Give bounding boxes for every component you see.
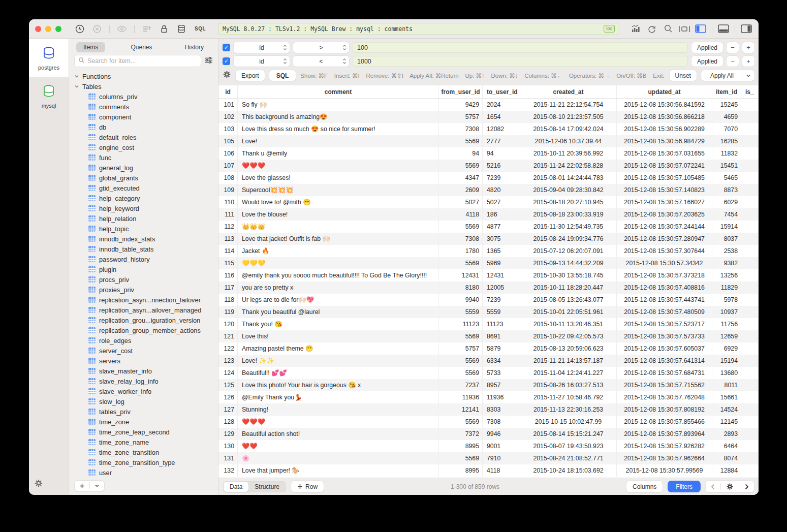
column-header-updated_at[interactable]: updated_at	[617, 85, 712, 98]
previous-page-button[interactable]	[706, 481, 720, 492]
tree-item-help_category[interactable]: help_category	[74, 193, 218, 203]
chart-icon[interactable]	[629, 23, 642, 35]
filter-enabled-checkbox[interactable]: ✓	[223, 44, 230, 51]
filter-settings-gear-icon[interactable]	[223, 70, 231, 81]
table-row[interactable]: 103Love this dress so much 😍 so nice for…	[218, 123, 759, 135]
group-functions[interactable]: Functions	[74, 71, 218, 81]
tree-item-innodb_index_stats[interactable]: innodb_index_stats	[74, 234, 218, 244]
table-row[interactable]: 106Thank u @emily94942015-10-11 20:39:56…	[218, 147, 759, 160]
table-row[interactable]: 113Love that jacket! Outfit is fab 🙌🏻730…	[218, 233, 759, 245]
table-row[interactable]: 125Love this photo! Your hair is gorgeou…	[218, 379, 759, 391]
table-row[interactable]: 109Supercool💥💥💥260948202015-09-04 09:28:…	[218, 184, 759, 196]
tree-item-slave_master_info[interactable]: slave_master_info	[74, 366, 218, 376]
filter-value-input[interactable]	[353, 42, 688, 53]
tree-item-help_keyword[interactable]: help_keyword	[74, 203, 218, 213]
log-list-icon[interactable]	[141, 23, 153, 35]
table-row[interactable]: 119Thank you beautiful @laurel5559555920…	[218, 306, 759, 318]
apply-all-button[interactable]: Apply All	[701, 70, 754, 81]
filter-column-select[interactable]: id	[234, 56, 290, 67]
filter-applied-button[interactable]: Applied	[691, 42, 723, 53]
tree-item-help_relation[interactable]: help_relation	[74, 213, 218, 224]
search-input[interactable]	[87, 57, 197, 65]
filters-button[interactable]: Filters	[668, 481, 701, 492]
tree-item-time_zone_transition[interactable]: time_zone_transition	[74, 447, 218, 457]
tree-item-innodb_table_stats[interactable]: innodb_table_stats	[74, 244, 218, 254]
tree-item-gtid_executed[interactable]: gtid_executed	[74, 183, 218, 193]
tree-item-replication_grou-iguration_version[interactable]: replication_grou...iguration_version	[74, 315, 218, 325]
preview-eye-icon[interactable]	[116, 23, 128, 35]
table-row[interactable]: 102This background is amazing😍5757165420…	[218, 111, 759, 123]
sql-button[interactable]: SQL	[269, 70, 296, 81]
table-row[interactable]: 123Love! ✨✨556963342015-11-21 14:13:57.1…	[218, 355, 759, 367]
tree-item-time_zone_name[interactable]: time_zone_name	[74, 437, 218, 447]
table-row[interactable]: 121Love this!556986912015-10-22 09:42:05…	[218, 330, 759, 342]
tab-queries[interactable]: Queries	[123, 42, 159, 52]
column-header-to_user_id[interactable]: to_user_id	[483, 85, 520, 98]
column-header-from_user_id[interactable]: from_user_id	[439, 85, 483, 98]
remove-filter-button[interactable]: −	[727, 42, 739, 53]
tree-item-replication_asyn-nnection_failover[interactable]: replication_asyn...nnection_failover	[74, 295, 218, 305]
column-header-item_id[interactable]: item_id	[712, 85, 741, 98]
tree-item-columns_priv[interactable]: columns_priv	[74, 91, 218, 102]
connection-postgres[interactable]: postgres	[29, 39, 69, 77]
tab-history[interactable]: History	[178, 42, 211, 52]
table-row[interactable]: 127Stunning!1214183032015-11-13 22:30:16…	[218, 403, 759, 416]
table-row[interactable]: 118Ur legs are to die for🙌🏻💖994072392015…	[218, 294, 759, 306]
table-row[interactable]: 107❤️❤️❤️556952162015-11-24 22:02:58.828…	[218, 160, 759, 172]
tab-structure[interactable]: Structure	[248, 482, 286, 492]
table-row[interactable]: 120Thank you! 😘11123111232015-10-11 13:2…	[218, 318, 759, 330]
tree-item-db[interactable]: db	[74, 122, 218, 132]
tree-item-default_roles[interactable]: default_roles	[74, 132, 218, 142]
table-row[interactable]: 124Beautiful!! 💕💕556957332015-11-04 12:2…	[218, 367, 759, 379]
table-row[interactable]: 132Love that jumper! 🐎899541182015-10-24…	[218, 464, 759, 477]
tree-item-help_topic[interactable]: help_topic	[74, 224, 218, 234]
minimize-window-button[interactable]	[45, 26, 51, 32]
table-row[interactable]: 128❤️❤️❤️556973082015-10-15 10:02:47.992…	[218, 416, 759, 428]
tree-item-component[interactable]: component	[74, 112, 218, 122]
table-row[interactable]: 129Beautiful action shot!737299462015-08…	[218, 428, 759, 440]
column-header-is_[interactable]: is_	[741, 85, 759, 98]
tree-item-user[interactable]: user	[74, 467, 218, 477]
toggle-left-panel-icon[interactable]	[695, 23, 707, 35]
table-row[interactable]: 101So fly 🙌🏻942920242015-11-21 22:12:54.…	[218, 99, 759, 111]
close-window-button[interactable]	[35, 26, 41, 32]
tree-item-time_zone[interactable]: time_zone	[74, 417, 218, 427]
connection-mysql[interactable]: mysql	[29, 77, 69, 115]
table-row[interactable]: 110Would love to! @mith 😁502750272015-08…	[218, 196, 759, 208]
tab-items[interactable]: Items	[76, 42, 105, 52]
tree-item-proxies_priv[interactable]: proxies_priv	[74, 285, 218, 295]
add-filter-button[interactable]: +	[742, 42, 754, 53]
tree-item-engine_cost[interactable]: engine_cost	[74, 142, 218, 152]
table-row[interactable]: 114Jacket 🔥178013652015-07-12 06:20:07.0…	[218, 245, 759, 257]
tree-item-slave_worker_info[interactable]: slave_worker_info	[74, 386, 218, 396]
table-row[interactable]: 131🌸556979102015-08-24 21:08:52.7712015-…	[218, 452, 759, 464]
next-page-button[interactable]	[739, 481, 754, 492]
tree-item-replication_asyn-ailover_managed[interactable]: replication_asyn...ailover_managed	[74, 305, 218, 315]
table-row[interactable]: 117you are so pretty x8180120052015-10-1…	[218, 281, 759, 294]
column-header-id[interactable]: id	[218, 85, 238, 98]
toggle-right-panel-icon[interactable]	[740, 23, 752, 35]
table-row[interactable]: 116@emily thank you soooo much beautiful…	[218, 269, 759, 281]
table-row[interactable]: 111Love the blouse!41181862015-08-18 23:…	[218, 208, 759, 221]
database-icon[interactable]	[175, 23, 187, 35]
filter-tune-icon[interactable]	[204, 56, 213, 66]
tree-item-tables_priv[interactable]: tables_priv	[74, 406, 218, 417]
add-row-button[interactable]: Row	[291, 481, 324, 492]
tree-item-slow_log[interactable]: slow_log	[74, 396, 218, 406]
item-search-box[interactable]	[74, 55, 201, 67]
table-row[interactable]: 105Love!556927772015-12-06 10:37:39.4420…	[218, 135, 759, 147]
tree-item-func[interactable]: func	[74, 152, 218, 163]
columns-button[interactable]: Columns	[626, 481, 663, 492]
settings-gear-icon[interactable]	[34, 479, 43, 490]
fit-columns-icon[interactable]	[678, 23, 690, 35]
unset-button[interactable]: Unset	[670, 70, 697, 81]
tree-item-time_zone_transition_type[interactable]: time_zone_transition_type	[74, 457, 218, 467]
connection-icon[interactable]	[74, 23, 86, 35]
tab-data[interactable]: Data	[224, 482, 248, 492]
filter-operator-select[interactable]: <	[293, 56, 349, 67]
export-button[interactable]: Export	[236, 70, 265, 81]
table-row[interactable]: 130❤️❤️899590012015-08-07 19:43:50.92320…	[218, 440, 759, 452]
table-row[interactable]: 122Amazing pastel theme 😬575758792015-08…	[218, 342, 759, 355]
tree-item-role_edges[interactable]: role_edges	[74, 335, 218, 346]
page-settings-gear-icon[interactable]	[721, 481, 739, 492]
